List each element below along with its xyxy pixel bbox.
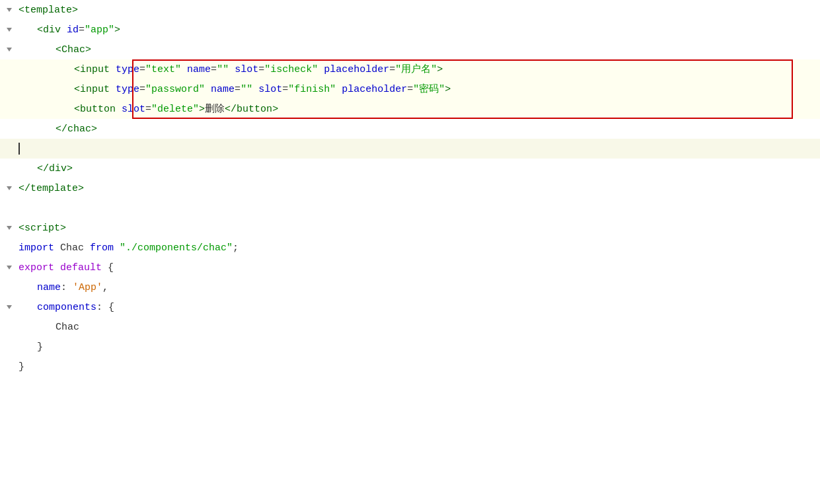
line-content xyxy=(19,207,820,209)
gutter-icon xyxy=(0,46,19,54)
line-content: <Chac> xyxy=(19,40,820,59)
svg-marker-0 xyxy=(7,8,12,12)
code-line: <button slot="delete">删除</button> xyxy=(0,99,820,119)
code-line: import Chac from "./components/chac"; xyxy=(0,238,820,258)
code-line: name: 'App', xyxy=(0,277,820,297)
line-content: } xyxy=(19,357,820,377)
gutter-icon xyxy=(0,26,19,34)
code-line: <div id="app"> xyxy=(0,20,820,40)
gutter-icon xyxy=(0,6,19,14)
code-line: } xyxy=(0,357,820,377)
line-content: <div id="app"> xyxy=(19,20,820,40)
svg-marker-4 xyxy=(7,226,12,230)
line-content: export default { xyxy=(19,258,820,277)
line-content: <input type="password" name="" slot="fin… xyxy=(19,80,820,99)
line-content: <button slot="delete">删除</button> xyxy=(19,100,820,119)
code-line: export default { xyxy=(0,258,820,277)
code-line: Chac xyxy=(0,317,820,337)
code-line xyxy=(0,139,820,159)
code-line: </template> xyxy=(0,178,820,198)
svg-marker-5 xyxy=(7,266,12,270)
gutter-icon xyxy=(0,224,19,232)
line-content: Chac xyxy=(19,318,820,337)
code-editor: <template><div id="app"><Chac><input typ… xyxy=(0,0,820,504)
svg-marker-1 xyxy=(7,28,12,32)
svg-marker-2 xyxy=(7,48,12,52)
line-content: name: 'App', xyxy=(19,278,820,297)
line-content: </div> xyxy=(19,159,820,178)
code-line: <template> xyxy=(0,0,820,20)
code-line: <input type="password" name="" slot="fin… xyxy=(0,79,820,99)
line-content: components: { xyxy=(19,298,820,317)
svg-marker-6 xyxy=(7,305,12,309)
line-content: import Chac from "./components/chac"; xyxy=(19,238,820,258)
svg-marker-3 xyxy=(7,186,12,190)
line-content: </chac> xyxy=(19,120,820,139)
code-line: } xyxy=(0,337,820,357)
gutter-icon xyxy=(0,264,19,271)
line-content: <script> xyxy=(19,219,820,238)
code-line: </div> xyxy=(0,159,820,178)
gutter-icon xyxy=(0,184,19,192)
gutter-icon xyxy=(0,303,19,311)
line-content xyxy=(19,142,820,155)
code-line: <Chac> xyxy=(0,40,820,59)
line-content: } xyxy=(19,338,820,357)
code-area: <template><div id="app"><Chac><input typ… xyxy=(0,0,820,504)
code-line xyxy=(0,198,820,218)
code-line: </chac> xyxy=(0,119,820,139)
line-content: </template> xyxy=(19,179,820,198)
code-line: <script> xyxy=(0,218,820,238)
line-content: <input type="text" name="" slot="ischeck… xyxy=(19,60,820,79)
line-content: <template> xyxy=(19,1,820,20)
code-line: <input type="text" name="" slot="ischeck… xyxy=(0,59,820,79)
code-line: components: { xyxy=(0,297,820,317)
